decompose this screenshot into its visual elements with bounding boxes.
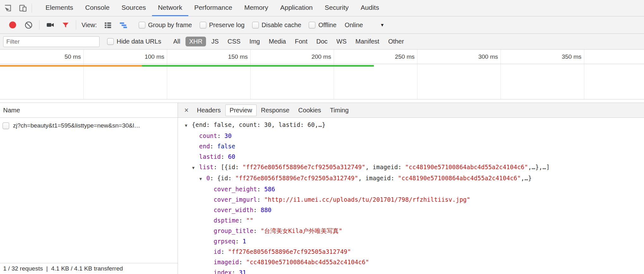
tab-audits[interactable]: Audits [355,0,385,16]
camera-icon [46,21,55,29]
preview-line: cover_width: 880 [178,205,644,215]
token-plain: {end: false, count: 30, lastid: 60,…} [192,121,325,128]
preview-line: count: 30 [178,131,644,141]
funnel-icon [62,21,70,29]
offline-checkbox[interactable]: Offline [309,21,336,29]
filter-type-xhr[interactable]: XHR [185,37,206,46]
request-list: zj?ch=beauty&t1=595&listtype=new&sn=30&l… [0,118,178,263]
group-by-frame-checkbox[interactable]: Group by frame [139,21,192,29]
detail-tab-preview[interactable]: Preview [225,104,257,116]
screenshots-button[interactable] [46,21,55,29]
preview-line[interactable]: ▼0: {id: "ff276e8056f58896e7cf92505a3127… [178,173,644,184]
throttling-select[interactable]: Online ▼ [345,21,385,29]
filter-type-doc[interactable]: Doc [313,37,331,46]
filter-type-other[interactable]: Other [385,37,407,46]
preview-line: dsptime: "" [178,215,644,226]
tabbar-divider [32,3,32,13]
detail-tab-timing[interactable]: Timing [325,103,353,117]
token-num: 30 [224,132,232,139]
token-plain: : [221,248,228,255]
disable-cache-checkbox[interactable]: Disable cache [252,21,301,29]
token-key: cover_height [214,186,257,193]
token-key: cover_width [214,206,253,213]
filter-type-ws[interactable]: WS [333,37,350,46]
tab-application[interactable]: Application [274,0,319,16]
preview-line: lastid: 60 [178,152,644,162]
tab-network[interactable]: Network [152,0,188,16]
token-plain: : {id: [210,175,235,182]
request-row[interactable]: zj?ch=beauty&t1=595&listtype=new&sn=30&l… [0,119,178,132]
detail-tab-headers[interactable]: Headers [192,103,225,117]
close-detail-button[interactable]: × [180,107,192,114]
token-key: count [199,132,217,139]
timeline-header [0,50,644,64]
filter-type-all[interactable]: All [170,37,184,46]
token-plain: , imageid: [358,175,398,182]
small-request-rows-button[interactable] [104,21,112,29]
main-split: Name zj?ch=beauty&t1=595&listtype=new&sn… [0,103,644,274]
tab-memory[interactable]: Memory [238,0,274,16]
token-bool: false [217,143,235,150]
inspect-element-button[interactable] [0,0,15,16]
preserve-log-checkbox[interactable]: Preserve log [200,21,245,29]
preview-line: imageid: "cc48190e57100864abc4d55a2c4104… [178,257,644,267]
show-overview-button[interactable] [119,21,128,29]
tab-console[interactable]: Console [79,0,116,16]
token-num: 31 [239,269,246,274]
preview-line[interactable]: ▼{end: false, count: 30, lastid: 60,…} [178,120,644,131]
clear-icon [24,21,33,29]
tab-elements[interactable]: Elements [39,0,79,16]
detail-tab-response[interactable]: Response [257,103,294,117]
filter-type-manifest[interactable]: Manifest [352,37,383,46]
tab-sources[interactable]: Sources [116,0,152,16]
filter-type-font[interactable]: Font [291,37,311,46]
tab-performance[interactable]: Performance [188,0,238,16]
checkbox-box [139,22,145,28]
checkbox-box [200,22,206,28]
panel-splitter[interactable] [0,99,644,103]
token-plain: : [253,206,261,213]
list-view-icon [104,21,112,29]
filter-type-img[interactable]: Img [246,37,263,46]
request-checkbox[interactable] [3,122,9,129]
token-plain: : [235,238,243,245]
filter-type-media[interactable]: Media [265,37,289,46]
token-num: 880 [261,206,271,213]
filter-type-css[interactable]: CSS [224,37,244,46]
name-header-label: Name [3,107,20,114]
panel-tabs: ElementsConsoleSourcesNetworkPerformance… [39,0,385,16]
device-toolbar-button[interactable] [15,0,30,16]
token-num: 60 [228,153,235,160]
detail-tabs: HeadersPreviewResponseCookiesTiming [192,103,353,117]
token-str: "ff276e8056f58896e7cf92505a312749" [235,175,358,182]
token-plain: : [232,269,239,274]
tab-security[interactable]: Security [319,0,355,16]
token-str: "台湾美女Kila户外唯美写真" [261,227,343,234]
expander-icon[interactable]: ▼ [192,163,199,173]
name-column-header[interactable]: Name [0,103,178,118]
checkbox-label: Offline [318,21,336,29]
checkbox-label: Preserve log [209,21,245,29]
request-name: zj?ch=beauty&t1=595&listtype=new&sn=30&l… [13,122,140,129]
checkbox-label: Group by frame [148,21,192,29]
throttling-value: Online [345,21,363,29]
token-key: end [199,143,210,150]
token-plain: : [257,186,264,193]
token-str: "" [246,217,253,224]
expander-icon[interactable]: ▼ [199,174,206,184]
filter-toggle-button[interactable] [62,21,70,29]
token-plain: : [253,227,261,234]
detail-tab-cookies[interactable]: Cookies [294,103,325,117]
requests-panel: Name zj?ch=beauty&t1=595&listtype=new&sn… [0,103,178,274]
clear-button[interactable] [24,21,33,29]
hide-data-urls-checkbox[interactable]: Hide data URLs [107,38,161,45]
toolbar-divider [76,20,76,30]
network-toolbar: View: Group by frame Preserve log [0,16,644,34]
overview-pane[interactable]: 50 ms100 ms150 ms200 ms250 ms300 ms350 m… [0,50,644,99]
expander-icon[interactable]: ▼ [185,120,192,131]
filter-input[interactable] [3,36,100,47]
preview-line[interactable]: ▼list: [{id: "ff276e8056f58896e7cf92505a… [178,162,644,173]
filter-type-js[interactable]: JS [208,37,222,46]
checkbox-label: Disable cache [262,21,301,29]
record-button[interactable] [8,21,17,28]
